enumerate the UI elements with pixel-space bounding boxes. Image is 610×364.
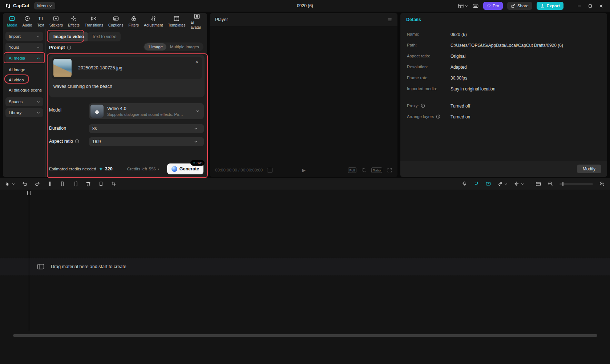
remove-image-icon[interactable]: ×	[195, 59, 198, 64]
tab-captions[interactable]: Captions	[106, 15, 126, 28]
detail-value: Turned off	[451, 104, 470, 109]
tab-label: Captions	[108, 23, 123, 27]
preview-axis-icon[interactable]	[535, 181, 541, 187]
close-icon	[599, 4, 603, 8]
auto-preview-toggle-icon[interactable]	[485, 181, 491, 187]
text-to-video-tab[interactable]: Text to video	[88, 32, 121, 41]
fit-zoom-icon[interactable]	[361, 167, 367, 173]
tab-templates[interactable]: Templates	[166, 15, 188, 28]
export-button[interactable]: Export	[537, 2, 563, 10]
tab-ai-avatar[interactable]: AI avatar	[188, 12, 206, 30]
image-to-video-tab[interactable]: Image to video	[49, 32, 88, 41]
layout-panels-button[interactable]	[458, 3, 468, 9]
prompt-text[interactable]: waves crushing on the beach	[53, 84, 202, 89]
menu-button[interactable]: Menu	[34, 2, 55, 9]
generate-button[interactable]: Generate 320	[167, 163, 203, 174]
multiple-images-option[interactable]: Multiple images	[166, 43, 203, 50]
shortcuts-button[interactable]	[472, 3, 479, 9]
crop-icon[interactable]	[111, 181, 117, 187]
link-toggle-button[interactable]	[497, 181, 508, 187]
sidebar-item-yours[interactable]: Yours	[5, 43, 43, 52]
empty-track-dropzone[interactable]: Drag material here and start to create	[0, 258, 610, 275]
select-tool-button[interactable]	[5, 181, 15, 187]
credits-left-link[interactable]: Credits left 556 ›	[127, 167, 159, 171]
timeline-scrollbar[interactable]	[13, 334, 597, 337]
detail-value: Adapted	[451, 65, 467, 70]
model-texts: Video 4.0 Supports dialogue and sound ef…	[107, 106, 185, 117]
filters-icon	[130, 15, 137, 22]
tab-stickers[interactable]: Stickers	[47, 15, 65, 28]
player-panel: Player 00:00:00:00 / 00:00:00:00 ▶ Full …	[210, 13, 397, 177]
effects-icon	[70, 15, 77, 22]
close-button[interactable]	[595, 1, 606, 10]
full-button[interactable]: Full	[348, 167, 356, 173]
timeline-zoom-slider[interactable]	[559, 183, 593, 185]
chevron-down-icon	[194, 127, 198, 130]
tab-effects[interactable]: Effects	[65, 15, 82, 28]
sidebar-item-ai-dialogue-scene[interactable]: AI dialogue scene	[5, 85, 43, 95]
sidebar-item-library[interactable]: Library	[5, 108, 43, 117]
credits-row: Estimated credits needed 320 Credits lef…	[49, 163, 203, 175]
model-thumbnail	[90, 105, 104, 118]
ratio-button[interactable]: Ratio	[371, 167, 382, 173]
tab-adjustment[interactable]: Adjustment	[141, 15, 166, 28]
duration-value: 8s	[92, 126, 97, 131]
sidebar-item-ai-video[interactable]: AI video	[5, 75, 43, 85]
tab-text[interactable]: TI Text	[35, 15, 47, 28]
tab-label: Templates	[168, 23, 186, 27]
chevron-down-icon	[12, 182, 15, 186]
media-strip-icon	[37, 263, 45, 270]
pro-label: Pro	[493, 4, 499, 8]
chevron-down-icon	[194, 140, 198, 143]
sidebar-item-ai-media[interactable]: AI media	[5, 54, 43, 62]
aspect-ratio-select[interactable]: 16:9	[89, 137, 204, 146]
undo-icon[interactable]	[22, 181, 28, 187]
minimize-button[interactable]	[574, 1, 585, 10]
sidebar-item-ai-image[interactable]: AI image	[5, 65, 43, 75]
play-button[interactable]: ▶	[302, 167, 306, 173]
player-menu-button[interactable]	[387, 17, 392, 23]
media-sidebar: Import Yours AI media AI image AI video …	[3, 29, 46, 177]
tab-label: Audio	[23, 23, 32, 27]
duration-select[interactable]: 8s	[89, 124, 204, 133]
zoom-in-icon[interactable]	[599, 181, 605, 187]
playhead-handle[interactable]	[27, 191, 31, 195]
prompt-card[interactable]: 20250920-180725.jpg × waves crushing on …	[49, 54, 205, 97]
timeline-area[interactable]: Drag material here and start to create	[0, 190, 610, 364]
model-label: Model	[49, 108, 61, 113]
model-select[interactable]: Video 4.0 Supports dialogue and sound ef…	[89, 103, 204, 119]
trim-left-icon[interactable]	[60, 181, 66, 187]
sidebar-item-import[interactable]: Import	[5, 32, 43, 41]
frame-toggle[interactable]	[267, 168, 273, 173]
model-name: Video 4.0	[107, 106, 185, 111]
chevron-down-icon	[521, 182, 524, 186]
zoom-slider-knob[interactable]	[562, 182, 563, 186]
modify-button[interactable]: Modify	[577, 165, 601, 173]
pro-badge[interactable]: Pro	[483, 2, 503, 10]
tab-media[interactable]: Media	[4, 15, 20, 28]
one-image-option[interactable]: 1 image	[144, 43, 166, 50]
project-title: 0920 (6)	[297, 3, 313, 8]
zoom-out-icon[interactable]	[548, 181, 553, 187]
prompt-label: Prompt	[49, 45, 71, 50]
app-name: CapCut	[13, 3, 29, 8]
tab-transitions[interactable]: Transitions	[82, 15, 106, 28]
share-button[interactable]: Share	[507, 2, 532, 10]
audio-icon	[24, 15, 31, 22]
microphone-icon[interactable]	[461, 181, 467, 187]
tab-audio[interactable]: Audio	[20, 15, 35, 28]
delete-icon[interactable]	[85, 181, 91, 187]
sidebar-item-spaces[interactable]: Spaces	[5, 97, 43, 106]
credit-star-icon	[193, 162, 195, 165]
split-icon[interactable]	[47, 181, 53, 187]
bookmark-icon[interactable]	[98, 181, 104, 187]
tab-filters[interactable]: Filters	[126, 15, 141, 28]
generate-cost-badge: 320	[190, 160, 205, 166]
trim-right-icon[interactable]	[73, 181, 78, 187]
maximize-button[interactable]	[585, 1, 595, 10]
magnet-toggle-icon[interactable]	[473, 181, 479, 187]
redo-icon[interactable]	[35, 181, 40, 187]
titlebar-actions: Pro Share Export	[458, 1, 606, 10]
fullscreen-icon[interactable]	[387, 167, 392, 173]
snapping-toggle-button[interactable]	[514, 181, 524, 187]
